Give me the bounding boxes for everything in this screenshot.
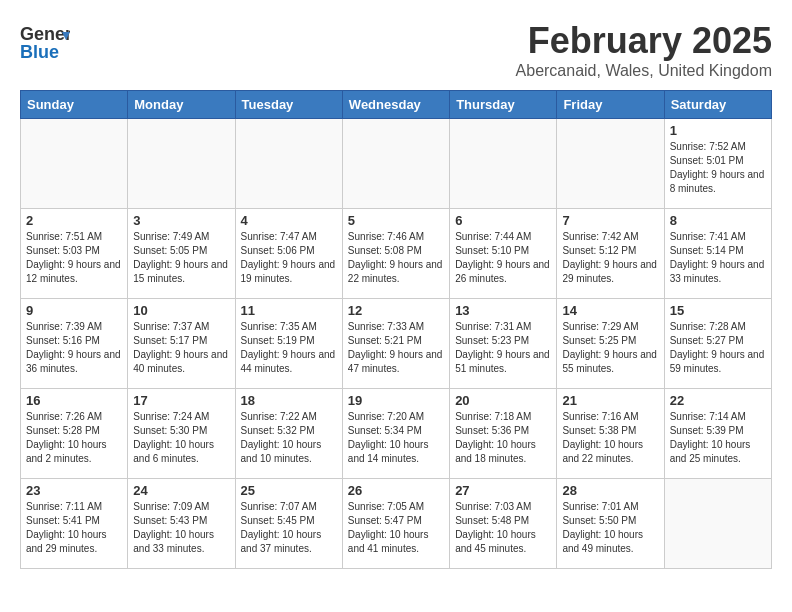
col-thursday: Thursday [450, 91, 557, 119]
table-row [450, 119, 557, 209]
col-wednesday: Wednesday [342, 91, 449, 119]
day-number: 3 [133, 213, 229, 228]
day-info: Sunrise: 7:41 AM Sunset: 5:14 PM Dayligh… [670, 230, 766, 286]
table-row [342, 119, 449, 209]
day-info: Sunrise: 7:18 AM Sunset: 5:36 PM Dayligh… [455, 410, 551, 466]
col-tuesday: Tuesday [235, 91, 342, 119]
day-info: Sunrise: 7:47 AM Sunset: 5:06 PM Dayligh… [241, 230, 337, 286]
day-info: Sunrise: 7:14 AM Sunset: 5:39 PM Dayligh… [670, 410, 766, 466]
day-info: Sunrise: 7:31 AM Sunset: 5:23 PM Dayligh… [455, 320, 551, 376]
day-number: 13 [455, 303, 551, 318]
day-number: 17 [133, 393, 229, 408]
day-info: Sunrise: 7:33 AM Sunset: 5:21 PM Dayligh… [348, 320, 444, 376]
day-info: Sunrise: 7:46 AM Sunset: 5:08 PM Dayligh… [348, 230, 444, 286]
day-info: Sunrise: 7:09 AM Sunset: 5:43 PM Dayligh… [133, 500, 229, 556]
day-info: Sunrise: 7:01 AM Sunset: 5:50 PM Dayligh… [562, 500, 658, 556]
day-number: 8 [670, 213, 766, 228]
day-info: Sunrise: 7:29 AM Sunset: 5:25 PM Dayligh… [562, 320, 658, 376]
table-row: 22Sunrise: 7:14 AM Sunset: 5:39 PM Dayli… [664, 389, 771, 479]
calendar-week-5: 23Sunrise: 7:11 AM Sunset: 5:41 PM Dayli… [21, 479, 772, 569]
day-info: Sunrise: 7:24 AM Sunset: 5:30 PM Dayligh… [133, 410, 229, 466]
day-number: 9 [26, 303, 122, 318]
day-info: Sunrise: 7:42 AM Sunset: 5:12 PM Dayligh… [562, 230, 658, 286]
table-row: 27Sunrise: 7:03 AM Sunset: 5:48 PM Dayli… [450, 479, 557, 569]
col-sunday: Sunday [21, 91, 128, 119]
calendar-week-4: 16Sunrise: 7:26 AM Sunset: 5:28 PM Dayli… [21, 389, 772, 479]
day-number: 1 [670, 123, 766, 138]
calendar-week-3: 9Sunrise: 7:39 AM Sunset: 5:16 PM Daylig… [21, 299, 772, 389]
calendar-week-2: 2Sunrise: 7:51 AM Sunset: 5:03 PM Daylig… [21, 209, 772, 299]
day-number: 4 [241, 213, 337, 228]
day-number: 10 [133, 303, 229, 318]
day-info: Sunrise: 7:20 AM Sunset: 5:34 PM Dayligh… [348, 410, 444, 466]
day-number: 19 [348, 393, 444, 408]
day-info: Sunrise: 7:11 AM Sunset: 5:41 PM Dayligh… [26, 500, 122, 556]
day-info: Sunrise: 7:49 AM Sunset: 5:05 PM Dayligh… [133, 230, 229, 286]
day-number: 15 [670, 303, 766, 318]
day-number: 23 [26, 483, 122, 498]
day-info: Sunrise: 7:52 AM Sunset: 5:01 PM Dayligh… [670, 140, 766, 196]
svg-text:General: General [20, 24, 70, 44]
page-header: General Blue February 2025 Abercanaid, W… [20, 20, 772, 80]
day-number: 14 [562, 303, 658, 318]
day-number: 21 [562, 393, 658, 408]
calendar-table: Sunday Monday Tuesday Wednesday Thursday… [20, 90, 772, 569]
table-row [557, 119, 664, 209]
day-info: Sunrise: 7:05 AM Sunset: 5:47 PM Dayligh… [348, 500, 444, 556]
table-row [128, 119, 235, 209]
day-info: Sunrise: 7:44 AM Sunset: 5:10 PM Dayligh… [455, 230, 551, 286]
day-info: Sunrise: 7:03 AM Sunset: 5:48 PM Dayligh… [455, 500, 551, 556]
day-number: 26 [348, 483, 444, 498]
table-row: 23Sunrise: 7:11 AM Sunset: 5:41 PM Dayli… [21, 479, 128, 569]
calendar-week-1: 1Sunrise: 7:52 AM Sunset: 5:01 PM Daylig… [21, 119, 772, 209]
day-number: 2 [26, 213, 122, 228]
table-row [21, 119, 128, 209]
table-row: 11Sunrise: 7:35 AM Sunset: 5:19 PM Dayli… [235, 299, 342, 389]
table-row: 1Sunrise: 7:52 AM Sunset: 5:01 PM Daylig… [664, 119, 771, 209]
table-row [664, 479, 771, 569]
day-number: 22 [670, 393, 766, 408]
col-monday: Monday [128, 91, 235, 119]
day-number: 12 [348, 303, 444, 318]
day-number: 16 [26, 393, 122, 408]
day-number: 18 [241, 393, 337, 408]
day-number: 28 [562, 483, 658, 498]
table-row: 21Sunrise: 7:16 AM Sunset: 5:38 PM Dayli… [557, 389, 664, 479]
col-friday: Friday [557, 91, 664, 119]
main-title: February 2025 [516, 20, 772, 62]
table-row: 25Sunrise: 7:07 AM Sunset: 5:45 PM Dayli… [235, 479, 342, 569]
day-info: Sunrise: 7:35 AM Sunset: 5:19 PM Dayligh… [241, 320, 337, 376]
table-row: 24Sunrise: 7:09 AM Sunset: 5:43 PM Dayli… [128, 479, 235, 569]
day-info: Sunrise: 7:39 AM Sunset: 5:16 PM Dayligh… [26, 320, 122, 376]
table-row: 7Sunrise: 7:42 AM Sunset: 5:12 PM Daylig… [557, 209, 664, 299]
day-number: 27 [455, 483, 551, 498]
day-number: 11 [241, 303, 337, 318]
day-info: Sunrise: 7:28 AM Sunset: 5:27 PM Dayligh… [670, 320, 766, 376]
table-row: 26Sunrise: 7:05 AM Sunset: 5:47 PM Dayli… [342, 479, 449, 569]
table-row: 17Sunrise: 7:24 AM Sunset: 5:30 PM Dayli… [128, 389, 235, 479]
table-row: 5Sunrise: 7:46 AM Sunset: 5:08 PM Daylig… [342, 209, 449, 299]
day-info: Sunrise: 7:16 AM Sunset: 5:38 PM Dayligh… [562, 410, 658, 466]
calendar-header-row: Sunday Monday Tuesday Wednesday Thursday… [21, 91, 772, 119]
day-info: Sunrise: 7:07 AM Sunset: 5:45 PM Dayligh… [241, 500, 337, 556]
day-info: Sunrise: 7:51 AM Sunset: 5:03 PM Dayligh… [26, 230, 122, 286]
table-row: 16Sunrise: 7:26 AM Sunset: 5:28 PM Dayli… [21, 389, 128, 479]
day-number: 5 [348, 213, 444, 228]
day-info: Sunrise: 7:22 AM Sunset: 5:32 PM Dayligh… [241, 410, 337, 466]
table-row: 14Sunrise: 7:29 AM Sunset: 5:25 PM Dayli… [557, 299, 664, 389]
col-saturday: Saturday [664, 91, 771, 119]
svg-text:Blue: Blue [20, 42, 59, 62]
title-block: February 2025 Abercanaid, Wales, United … [516, 20, 772, 80]
day-info: Sunrise: 7:37 AM Sunset: 5:17 PM Dayligh… [133, 320, 229, 376]
table-row: 20Sunrise: 7:18 AM Sunset: 5:36 PM Dayli… [450, 389, 557, 479]
table-row: 6Sunrise: 7:44 AM Sunset: 5:10 PM Daylig… [450, 209, 557, 299]
table-row: 13Sunrise: 7:31 AM Sunset: 5:23 PM Dayli… [450, 299, 557, 389]
table-row: 4Sunrise: 7:47 AM Sunset: 5:06 PM Daylig… [235, 209, 342, 299]
day-number: 6 [455, 213, 551, 228]
table-row: 3Sunrise: 7:49 AM Sunset: 5:05 PM Daylig… [128, 209, 235, 299]
subtitle: Abercanaid, Wales, United Kingdom [516, 62, 772, 80]
table-row: 18Sunrise: 7:22 AM Sunset: 5:32 PM Dayli… [235, 389, 342, 479]
table-row: 9Sunrise: 7:39 AM Sunset: 5:16 PM Daylig… [21, 299, 128, 389]
table-row: 28Sunrise: 7:01 AM Sunset: 5:50 PM Dayli… [557, 479, 664, 569]
day-number: 7 [562, 213, 658, 228]
